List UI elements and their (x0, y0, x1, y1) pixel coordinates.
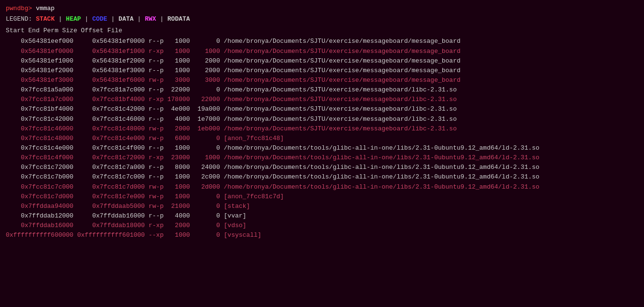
table-row: 0x7fcc81c42000 0x7fcc81c46000 r--p 4000 … (6, 115, 638, 124)
header-line: Start End Perm Size Offset File (6, 26, 638, 36)
table-row: 0x7fcc81a5a000 0x7fcc81a7c000 r--p 22000… (6, 85, 638, 95)
prompt-command: vmmap (32, 5, 55, 12)
table-row: 0x564381ef0000 0x564381ef1000 r-xp 1000 … (6, 47, 638, 56)
legend-line: LEGEND: STACK | HEAP | CODE | DATA | RWX… (6, 14, 638, 24)
table-row: 0xffffffffff600000 0xffffffffff601000 --… (6, 230, 638, 240)
table-row: 0x564381eef000 0x564381ef0000 r--p 1000 … (6, 37, 638, 46)
table-row: 0x7fcc81c4f000 0x7fcc81c72000 r-xp 23000… (6, 153, 638, 163)
table-row: 0x7fcc81c72000 0x7fcc81c7a000 r--p 8000 … (6, 163, 638, 172)
table-row: 0x7fcc81c7c000 0x7fcc81c7d000 rw-p 1000 … (6, 182, 638, 192)
table-row: 0x564381ef3000 0x564381ef6000 rw-p 3000 … (6, 76, 638, 85)
terminal-window: pwndbg> vmmap LEGEND: STACK | HEAP | COD… (6, 4, 638, 240)
table-row: 0x7ffddab16000 0x7ffddab18000 r-xp 2000 … (6, 221, 638, 230)
table-row: 0x7fcc81c46000 0x7fcc81c48000 rw-p 2000 … (6, 124, 638, 134)
table-row: 0x7fcc81a7c000 0x7fcc81bf4000 r-xp 17800… (6, 95, 638, 104)
table-row: 0x564381ef1000 0x564381ef2000 r--p 1000 … (6, 56, 638, 66)
table-row: 0x7ffddaa94000 0x7ffddaab5000 rw-p 21000… (6, 202, 638, 211)
prompt-prefix: pwndbg> (6, 5, 32, 12)
prompt-line: pwndbg> vmmap (6, 4, 638, 13)
table-row: 0x7fcc81c48000 0x7fcc81c4e000 rw-p 6000 … (6, 134, 638, 143)
table-row: 0x7ffddab12000 0x7ffddab16000 r--p 4000 … (6, 211, 638, 221)
table-row: 0x7fcc81c7b000 0x7fcc81c7c000 r--p 1000 … (6, 172, 638, 182)
memory-map-table: 0x564381eef000 0x564381ef0000 r--p 1000 … (6, 37, 638, 240)
table-row: 0x7fcc81c4e000 0x7fcc81c4f000 r--p 1000 … (6, 143, 638, 153)
table-row: 0x7fcc81c7d000 0x7fcc81c7e000 rw-p 1000 … (6, 192, 638, 202)
table-row: 0x7fcc81bf4000 0x7fcc81c42000 r--p 4e000… (6, 104, 638, 114)
table-row: 0x564381ef2000 0x564381ef3000 r--p 1000 … (6, 66, 638, 76)
